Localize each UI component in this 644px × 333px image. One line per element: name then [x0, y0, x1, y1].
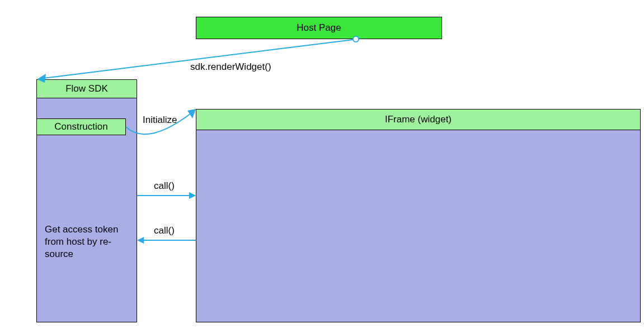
construction-label: Construction: [54, 121, 107, 132]
iframe-box: [196, 109, 641, 322]
arrow-call-out: [137, 192, 196, 199]
access-token-text: Get access token from host by re-source: [45, 223, 129, 260]
svg-marker-5: [189, 192, 196, 199]
svg-marker-7: [137, 237, 144, 244]
flow-sdk-header: Flow SDK: [36, 79, 137, 98]
call-back-label: call(): [154, 225, 175, 236]
arrow-render-widget: [37, 36, 359, 83]
iframe-header: IFrame (widget): [196, 109, 641, 130]
call-out-label: call(): [154, 180, 175, 192]
render-widget-label: sdk.renderWidget(): [190, 61, 271, 73]
initialize-label: Initialize: [143, 115, 177, 126]
host-page-box: Host Page: [196, 17, 442, 39]
flow-sdk-box: [36, 79, 137, 322]
arrow-call-back: [137, 237, 196, 244]
host-page-title: Host Page: [297, 22, 341, 34]
svg-marker-3: [187, 109, 196, 118]
flow-sdk-title: Flow SDK: [65, 83, 108, 94]
iframe-title: IFrame (widget): [385, 114, 452, 125]
construction-box: Construction: [36, 118, 126, 135]
